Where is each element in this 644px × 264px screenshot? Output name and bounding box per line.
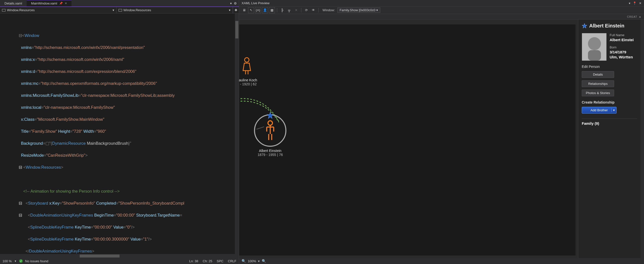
col-indicator[interactable]: Ch: 25: [203, 259, 212, 263]
member-nav-label: Window.Resources: [124, 8, 151, 12]
tab-label: Details.xaml: [4, 2, 22, 5]
preview-zoom[interactable]: 100%: [248, 259, 256, 263]
horizontal-scrollbar[interactable]: [0, 254, 239, 258]
code-token: Window: [25, 33, 39, 38]
node-albert[interactable]: Albert Einstein 1879 - 1955 | 76: [254, 114, 286, 157]
pin-icon[interactable]: 📍: [633, 2, 636, 5]
ruler-h-icon[interactable]: ╦: [286, 7, 292, 13]
issues-label[interactable]: No issues found: [25, 259, 48, 263]
details-panel: Albert Einstein Full Name Albert Einstei…: [578, 20, 640, 258]
preview-status-bar: 🔍 100% ▾ 🔍: [239, 258, 644, 264]
member-nav-bar: Window.Resources▾ Window.Resources▾ ✚: [0, 7, 239, 14]
create-relationship-label: Create Relationship: [582, 100, 637, 104]
chevron-down-icon[interactable]: ▾: [258, 259, 260, 263]
details-button[interactable]: Details: [582, 71, 614, 78]
namespace-icon: [118, 9, 122, 12]
node-pauline[interactable]: Pauline Koch 8 - 1920 | 62: [239, 57, 257, 86]
chevron-up-icon: ▲: [639, 15, 642, 18]
line-indicator[interactable]: Ln: 38: [189, 259, 198, 263]
svg-rect-15: [588, 50, 601, 61]
refresh-icon[interactable]: ⟳: [303, 7, 309, 13]
portrait-image: [582, 33, 607, 61]
vertical-scrollbar[interactable]: [640, 20, 644, 258]
braces-icon[interactable]: {A}: [255, 7, 261, 13]
female-icon: [240, 57, 253, 75]
cursor-icon[interactable]: ↖: [248, 7, 254, 13]
close-icon[interactable]: ✕: [293, 7, 299, 13]
split-button[interactable]: ✚: [233, 7, 239, 13]
svg-marker-12: [582, 24, 587, 28]
space-mode[interactable]: SPC: [217, 259, 224, 263]
zoom-in-icon[interactable]: 🔍: [262, 259, 266, 263]
star-icon: [266, 112, 274, 119]
zoom-level[interactable]: 100 %: [2, 259, 12, 263]
svg-marker-4: [267, 112, 274, 118]
ruler-v-icon[interactable]: ╠: [279, 7, 285, 13]
relationships-button[interactable]: Relationships: [582, 80, 614, 87]
details-title: Albert Einstein: [582, 23, 637, 29]
xaml-editor[interactable]: ⊟<Window xmlns="http://schemas.microsoft…: [0, 14, 239, 254]
creat-strip[interactable]: CREAT▲: [239, 14, 644, 20]
chevron-down-icon[interactable]: ▼: [14, 260, 17, 262]
type-nav-label: Window.Resources: [7, 8, 34, 12]
chevron-down-icon[interactable]: ▾: [629, 2, 630, 5]
edit-person-label: Edit Person: [582, 65, 637, 69]
star-icon: [582, 23, 587, 29]
born-label: Born: [610, 45, 634, 49]
chevron-down-icon[interactable]: ▾: [230, 2, 232, 5]
gear-icon[interactable]: ⚙: [234, 2, 237, 5]
male-icon: [263, 120, 277, 141]
eye-icon[interactable]: 👁: [310, 7, 316, 13]
born-date: 3/14/1879: [610, 50, 634, 54]
preview-toolbar: 🖥 ↖ {A} 👤 ▦ ╠ ╦ ✕ ⟳ 👁 Window: Family.Sho…: [239, 7, 644, 14]
full-name-label: Full Name: [610, 33, 634, 37]
person-icon[interactable]: 👤: [262, 7, 268, 13]
window-label: Window:: [322, 8, 335, 12]
type-nav[interactable]: Window.Resources▾: [0, 7, 116, 13]
close-icon[interactable]: ✕: [639, 2, 642, 5]
close-icon[interactable]: ✕: [65, 2, 67, 5]
window-combo[interactable]: Family.Show [0x003c0c0 ▾: [338, 8, 380, 13]
photos-stories-button[interactable]: Photos & Stories: [582, 90, 614, 96]
lineending-mode[interactable]: CRLF: [228, 259, 236, 263]
vertical-scrollbar[interactable]: [235, 14, 239, 254]
preview-header: XAML Live Preview ▾ 📍 ✕: [239, 0, 644, 7]
full-name-value: Albert Einstei: [610, 38, 634, 42]
preview-title: XAML Live Preview: [242, 1, 270, 5]
tab-label: MainWindow.xaml: [31, 2, 57, 5]
check-icon: ✓: [19, 259, 23, 263]
svg-point-14: [588, 37, 601, 50]
screen-icon[interactable]: 🖥: [241, 7, 247, 13]
tab-details[interactable]: Details.xaml: [0, 0, 27, 7]
pin-icon[interactable]: 📌: [59, 2, 63, 5]
svg-point-0: [244, 58, 249, 62]
born-place: Ulm, Württen: [610, 55, 634, 59]
zoom-out-icon[interactable]: 🔍: [242, 259, 246, 263]
editor-status-bar: 100 % ▼ ✓ No issues found Ln: 38 Ch: 25 …: [0, 258, 239, 264]
svg-point-5: [268, 121, 272, 125]
grid-icon[interactable]: ▦: [269, 7, 275, 13]
document-tab-bar: Details.xaml MainWindow.xaml 📌 ✕ ▾ ⚙: [0, 0, 239, 7]
tab-mainwindow[interactable]: MainWindow.xaml 📌 ✕: [27, 0, 72, 7]
add-brother-button[interactable]: Add Brother: [582, 107, 616, 113]
preview-canvas[interactable]: Pauline Koch 8 - 1920 | 62 ein | 70: [239, 20, 578, 258]
member-nav[interactable]: Window.Resources▾: [116, 7, 233, 13]
namespace-icon: [2, 9, 6, 12]
family-header[interactable]: Family (9): [582, 118, 637, 125]
